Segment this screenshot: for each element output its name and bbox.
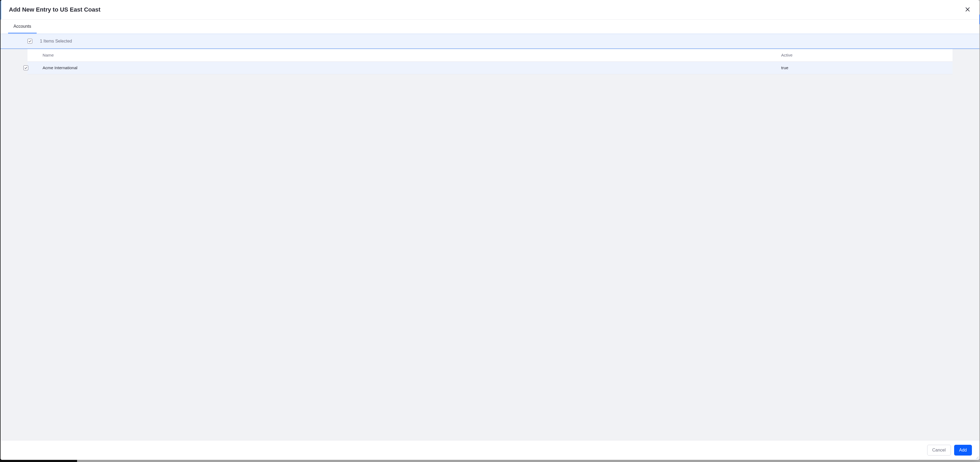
- close-icon: [965, 6, 970, 13]
- table: Name Active Acme International true: [27, 49, 953, 74]
- select-all-checkbox[interactable]: [27, 39, 32, 44]
- table-header-check: [27, 53, 41, 58]
- column-header-active[interactable]: Active: [780, 53, 953, 58]
- cancel-button-label: Cancel: [932, 448, 946, 452]
- dialog-body: Name Active Acme International true: [0, 49, 980, 440]
- dialog-header: Add New Entry to US East Coast: [0, 0, 980, 20]
- column-header-name[interactable]: Name: [41, 53, 780, 58]
- tabs: Accounts: [0, 20, 980, 34]
- add-button-label: Add: [959, 448, 967, 452]
- tab-label: Accounts: [13, 24, 31, 29]
- row-checkbox-cell: [19, 65, 33, 70]
- row-checkbox[interactable]: [24, 65, 28, 70]
- dialog-footer: Cancel Add: [0, 440, 980, 460]
- selection-bar: 1 Items Selected: [0, 34, 980, 49]
- tab-accounts[interactable]: Accounts: [8, 20, 37, 34]
- table-row[interactable]: Acme International true: [27, 62, 953, 74]
- add-button[interactable]: Add: [954, 445, 972, 456]
- dialog: Add New Entry to US East Coast Accounts …: [0, 0, 980, 460]
- checkbox-checked-icon: [28, 40, 32, 43]
- cancel-button[interactable]: Cancel: [927, 445, 951, 456]
- checkbox-checked-icon: [24, 66, 27, 70]
- table-header-row: Name Active: [27, 49, 953, 62]
- selection-count-text: 1 Items Selected: [40, 39, 72, 44]
- resize-grip-icon[interactable]: [975, 456, 979, 459]
- cell-name: Acme International: [33, 65, 780, 70]
- dialog-title: Add New Entry to US East Coast: [9, 6, 100, 13]
- cell-active: true: [780, 65, 953, 70]
- close-button[interactable]: [963, 5, 972, 14]
- svg-line-4: [978, 459, 978, 459]
